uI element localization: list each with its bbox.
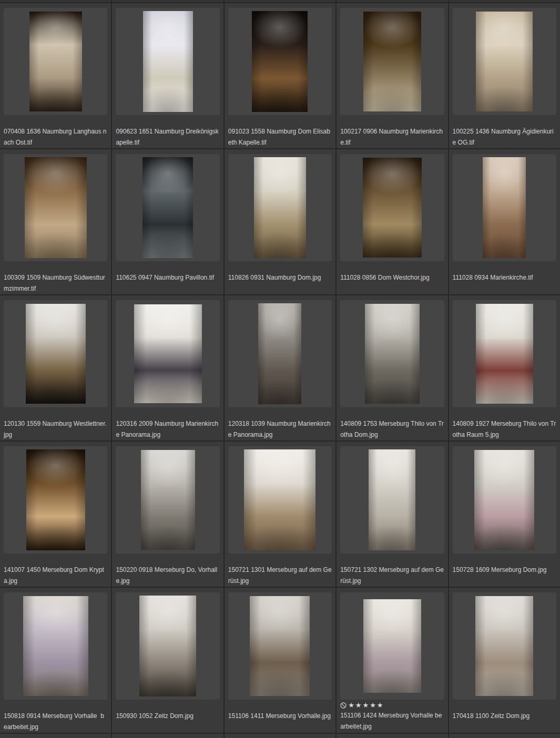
thumbnail-frame[interactable]	[4, 300, 107, 407]
photo-tile[interactable]: 110625 0947 Naumburg Pavillon.tif	[112, 149, 223, 294]
photo-tile[interactable]: 150818 0914 Merseburg Vorhalle bearbeite…	[0, 588, 111, 733]
photo-tile[interactable]: 150930 1052 Zeitz Dom.jpg	[112, 588, 223, 733]
photo-tile[interactable]: 111028 0934 Marienkirche.tif	[449, 149, 560, 294]
photo-tile[interactable]: 140809 1753 Merseburg Thilo von Trotha D…	[337, 295, 447, 440]
thumbnail-image[interactable]	[363, 158, 422, 258]
thumbnail-frame[interactable]	[340, 300, 444, 407]
filename-label[interactable]: 150721 1302 Merseburg auf dem Gerüst.jpg	[340, 565, 444, 587]
reject-icon[interactable]	[340, 702, 347, 709]
filename-label[interactable]: 151106 1411 Merseburg Vorhalle.jpg	[228, 711, 332, 722]
thumbnail-frame[interactable]	[116, 592, 219, 700]
thumbnail-image[interactable]	[258, 303, 301, 404]
photo-tile[interactable]: 150721 1302 Merseburg auf dem Gerüst.jpg	[337, 442, 447, 587]
filename-label[interactable]: 170418 1100 Zeitz Dom.jpg	[453, 711, 556, 722]
photo-tile[interactable]: 070408 1636 Naumburg Langhaus nach Ost.t…	[0, 3, 111, 148]
thumbnail-frame[interactable]	[116, 154, 219, 261]
filename-label[interactable]: 110625 0947 Naumburg Pavillon.tif	[116, 272, 219, 283]
thumbnail-image[interactable]	[141, 450, 195, 550]
photo-tile[interactable]: 120318 1039 Naumburg Marienkirche Panora…	[225, 295, 335, 440]
thumbnail-image[interactable]	[26, 304, 86, 404]
photo-tile[interactable]: 140809 1927 Merseburg Thilo von Trotha R…	[449, 295, 560, 440]
thumbnail-frame[interactable]	[4, 592, 107, 700]
photo-tile[interactable]: 110826 0931 Naumburg Dom.jpg	[225, 149, 335, 294]
thumbnail-frame[interactable]	[116, 446, 219, 554]
photo-tile[interactable]: 151106 1411 Merseburg Vorhalle.jpg	[225, 588, 335, 733]
photo-tile[interactable]: 091023 1558 Naumburg Dom Elisabeth Kapel…	[225, 3, 335, 148]
filename-label[interactable]: 150721 1301 Merseburg auf dem Gerüst.jpg	[228, 565, 332, 587]
photo-tile[interactable]: 120130 1559 Naumburg Westlettner.jpg	[0, 295, 111, 440]
filename-label[interactable]: 100225 1436 Naumburg Ägidienkurie OG.tif	[453, 126, 556, 148]
thumbnail-image[interactable]	[142, 157, 193, 258]
thumbnail-image[interactable]	[363, 12, 421, 111]
filename-label[interactable]: 111028 0934 Marienkirche.tif	[453, 272, 556, 283]
filename-label[interactable]: 110826 0931 Naumburg Dom.jpg	[228, 272, 332, 283]
thumbnail-image[interactable]	[476, 12, 533, 111]
star-rating[interactable]: ★★★★★	[348, 702, 384, 709]
filename-label[interactable]: 150220 0918 Merseburg Do, Vorhalle.jpg	[116, 565, 219, 587]
rating-row[interactable]: ★★★★★	[340, 702, 444, 709]
thumbnail-image[interactable]	[250, 596, 310, 696]
filename-label[interactable]: 151106 1424 Merseburg Vorhalle bearbeite…	[340, 710, 444, 732]
photo-tile[interactable]: 111028 0856 Dom Westchor.jpg	[337, 149, 447, 294]
thumbnail-image[interactable]	[25, 157, 87, 258]
thumbnail-frame[interactable]	[340, 446, 444, 554]
thumbnail-frame[interactable]	[453, 300, 556, 407]
filename-label[interactable]: 150930 1052 Zeitz Dom.jpg	[116, 711, 219, 722]
photo-tile[interactable]: 150220 0918 Merseburg Do, Vorhalle.jpg	[112, 442, 223, 587]
filename-label[interactable]: 120316 2009 Naumburg Marienkirche Panora…	[116, 418, 219, 440]
thumbnail-frame[interactable]	[228, 154, 332, 261]
photo-tile[interactable]: 100309 1509 Naumburg Südwestturmzimmer.t…	[0, 149, 111, 294]
thumbnail-image[interactable]	[26, 449, 85, 550]
filename-label[interactable]: 150728 1609 Merseburg Dom.jpg	[453, 565, 556, 576]
thumbnail-frame[interactable]	[453, 592, 556, 700]
filename-label[interactable]: 140809 1927 Merseburg Thilo von Trotha R…	[453, 418, 556, 440]
photo-tile[interactable]: 120316 2009 Naumburg Marienkirche Panora…	[112, 295, 223, 440]
thumbnail-image[interactable]	[254, 157, 306, 258]
thumbnail-frame[interactable]	[340, 154, 444, 261]
thumbnail-image[interactable]	[483, 157, 526, 258]
filename-label[interactable]: 140809 1753 Merseburg Thilo von Trotha D…	[340, 418, 444, 440]
filename-label[interactable]: 111028 0856 Dom Westchor.jpg	[340, 272, 444, 283]
filename-label[interactable]: 091023 1558 Naumburg Dom Elisabeth Kapel…	[228, 126, 332, 148]
thumbnail-image[interactable]	[134, 304, 202, 403]
photo-tile[interactable]: ★★★★★ 151106 1424 Merseburg Vorhalle bea…	[337, 588, 447, 733]
thumbnail-image[interactable]	[252, 11, 308, 112]
filename-label[interactable]: 150818 0914 Merseburg Vorhalle bearbeite…	[4, 711, 107, 733]
thumbnail-frame[interactable]	[453, 154, 556, 261]
thumbnail-image[interactable]	[476, 304, 533, 404]
thumbnail-image[interactable]	[365, 304, 420, 404]
photo-tile[interactable]: 090623 1651 Naumburg Dreikönigskapelle.t…	[112, 3, 223, 148]
thumbnail-image[interactable]	[474, 450, 534, 550]
thumbnail-image[interactable]	[475, 596, 533, 696]
filename-label[interactable]: 070408 1636 Naumburg Langhaus nach Ost.t…	[4, 126, 107, 148]
thumbnail-frame[interactable]	[116, 8, 219, 115]
filename-label[interactable]: 090623 1651 Naumburg Dreikönigskapelle.t…	[116, 126, 219, 148]
thumbnail-frame[interactable]	[453, 446, 556, 554]
photo-tile[interactable]: 150721 1301 Merseburg auf dem Gerüst.jpg	[225, 442, 335, 587]
photo-tile[interactable]: 170418 1100 Zeitz Dom.jpg	[449, 588, 560, 733]
filename-label[interactable]: 100217 0906 Naumburg Marienkirche.tif	[340, 126, 444, 148]
photo-tile[interactable]: 100217 0906 Naumburg Marienkirche.tif	[337, 3, 447, 148]
thumbnail-image[interactable]	[369, 449, 415, 550]
thumbnail-frame[interactable]	[4, 154, 107, 261]
thumbnail-frame[interactable]	[228, 8, 332, 115]
thumbnail-frame[interactable]	[228, 300, 332, 407]
thumbnail-image[interactable]	[139, 596, 196, 696]
filename-label[interactable]: 100309 1509 Naumburg Südwestturmzimmer.t…	[4, 272, 107, 294]
thumbnail-image[interactable]	[23, 596, 88, 696]
thumbnail-image[interactable]	[143, 11, 193, 112]
filename-label[interactable]: 120130 1559 Naumburg Westlettner.jpg	[4, 418, 107, 440]
filename-label[interactable]: 141007 1450 Merseburg Dom Krypta.jpg	[4, 565, 107, 587]
filename-label[interactable]: 120318 1039 Naumburg Marienkirche Panora…	[228, 418, 332, 440]
photo-tile[interactable]: 150728 1609 Merseburg Dom.jpg	[449, 442, 560, 587]
thumbnail-frame[interactable]	[453, 8, 556, 115]
thumbnail-frame[interactable]	[228, 592, 332, 700]
thumbnail-image[interactable]	[244, 449, 315, 550]
thumbnail-frame[interactable]	[228, 446, 332, 554]
thumbnail-frame[interactable]	[340, 592, 444, 700]
thumbnail-frame[interactable]	[116, 300, 219, 407]
thumbnail-frame[interactable]	[4, 446, 107, 554]
photo-tile[interactable]: 100225 1436 Naumburg Ägidienkurie OG.tif	[449, 3, 560, 148]
thumbnail-image[interactable]	[29, 12, 82, 111]
thumbnail-image[interactable]	[363, 599, 421, 693]
